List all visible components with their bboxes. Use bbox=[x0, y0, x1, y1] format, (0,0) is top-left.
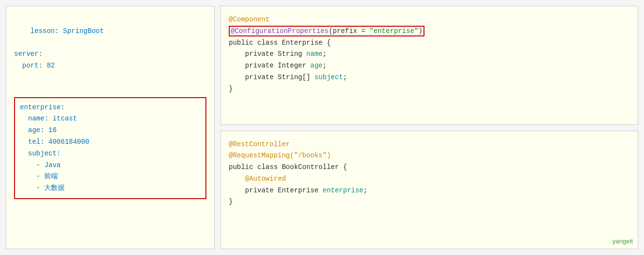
bottom-right-code: @RestController @RequestMapping("/books"… bbox=[229, 139, 630, 208]
enterprise-red-box: enterprise: name: itcast age: 16 tel: 40… bbox=[14, 97, 206, 199]
server-line: server: bbox=[14, 50, 43, 58]
request-mapping: @RequestMapping("/books") bbox=[229, 152, 331, 159]
subject-bigdata: - 大数据 bbox=[20, 184, 65, 192]
book-controller-close: } bbox=[229, 198, 233, 205]
config-props-annotation: @ConfigurationProperties(prefix = "enter… bbox=[229, 26, 424, 36]
enterprise-code: enterprise: name: itcast age: 16 tel: 40… bbox=[20, 102, 201, 194]
right-panels: @Component @ConfigurationProperties(pref… bbox=[220, 6, 638, 249]
class-decl: public class Enterprise { bbox=[229, 39, 331, 47]
age-field: private Integer age; bbox=[229, 62, 327, 69]
enterprise-key: enterprise: bbox=[20, 103, 65, 111]
config-props-close: ) bbox=[418, 27, 422, 35]
component-annotation: @Component bbox=[229, 16, 270, 23]
enterprise-field: private Enterprise enterprise; bbox=[229, 187, 368, 194]
book-controller-decl: public class BookController { bbox=[229, 163, 347, 171]
subject-field: private String[] subject; bbox=[229, 73, 347, 81]
left-panel: lesson: SpringBoot server: port: 82 ente… bbox=[6, 6, 215, 249]
lesson-line: lesson: SpringBoot bbox=[31, 27, 104, 35]
top-right-panel: @Component @ConfigurationProperties(pref… bbox=[220, 6, 638, 125]
subject-key: subject: bbox=[20, 150, 61, 157]
subject-java: - Java bbox=[20, 161, 61, 169]
autowired: @Autowired bbox=[229, 175, 286, 183]
watermark: yangeit bbox=[612, 238, 633, 245]
subject-frontend: - 前端 bbox=[20, 172, 58, 180]
tel-line: tel: 4006184000 bbox=[20, 138, 89, 146]
bottom-right-panel: @RestController @RequestMapping("/books"… bbox=[220, 131, 638, 250]
config-props-paren: (prefix = bbox=[329, 27, 370, 35]
port-line: port: 82 bbox=[14, 62, 55, 69]
left-code-block: lesson: SpringBoot server: port: 82 bbox=[14, 14, 206, 95]
name-line: name: itcast bbox=[20, 115, 77, 122]
name-field: private String name; bbox=[229, 50, 327, 58]
rest-controller: @RestController bbox=[229, 140, 290, 148]
config-props-name: @ConfigurationProperties bbox=[231, 27, 329, 35]
age-line: age: 16 bbox=[20, 126, 57, 134]
top-right-code: @Component @ConfigurationProperties(pref… bbox=[229, 14, 630, 95]
config-props-value: "enterprise" bbox=[370, 27, 419, 35]
class-close: } bbox=[229, 85, 233, 93]
